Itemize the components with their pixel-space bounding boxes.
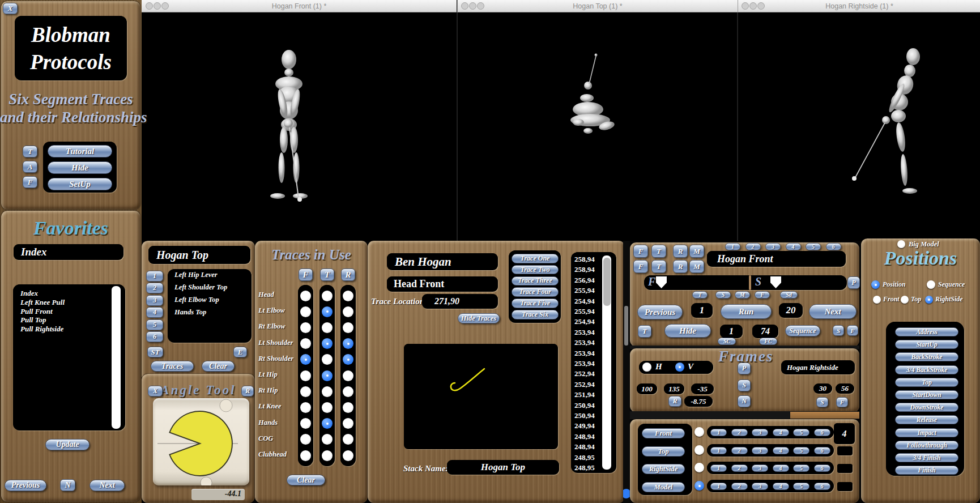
list-item[interactable]: Hands Top <box>174 308 206 317</box>
control-num-button-4[interactable]: 4 <box>786 243 801 250</box>
control-m-button-row1[interactable]: M <box>689 245 704 258</box>
trace-button-1[interactable]: Trace One <box>512 254 559 263</box>
control-f-button[interactable]: F <box>847 325 858 336</box>
segment-button-1[interactable]: 1 <box>146 271 163 282</box>
trace-button-4[interactable]: Trace Four <box>512 287 559 297</box>
trace-radio-rt-elbow-t[interactable] <box>322 322 333 333</box>
window-control-icon[interactable] <box>749 2 757 10</box>
traces-button[interactable]: Traces <box>151 361 194 372</box>
view-top-num-6[interactable]: 6 <box>814 447 830 454</box>
trace-values-scrollbar[interactable] <box>602 255 611 470</box>
window-control-icon[interactable] <box>757 2 765 10</box>
list-item[interactable]: Left Elbow Top <box>174 296 219 304</box>
control-previous-button[interactable]: Previous <box>637 305 683 319</box>
position-button-followthrough[interactable]: Followthrough <box>895 441 958 450</box>
menu-tutorial-button[interactable]: Tutorial <box>48 145 112 157</box>
list-item[interactable]: Pull Rightside <box>20 325 63 334</box>
segment-button-4[interactable]: 4 <box>146 307 163 318</box>
view-model-num-2[interactable]: 2 <box>731 483 748 490</box>
segment-button-3[interactable]: 3 <box>146 295 163 306</box>
window-control-icon[interactable] <box>146 2 153 10</box>
trace-col-f-button[interactable]: F <box>299 268 313 281</box>
trace-radio-lt-elbow-f[interactable] <box>300 306 311 317</box>
angle-wedge[interactable] <box>153 398 249 485</box>
traces-clear-button[interactable]: Clear <box>287 475 325 485</box>
control-f-button-row1[interactable]: F <box>633 245 648 258</box>
view-model-num-1[interactable]: 1 <box>710 483 727 490</box>
position-button-backstroke[interactable]: BackStroke <box>895 352 958 361</box>
control-m-button-row2[interactable]: M <box>689 260 704 273</box>
view-rightside-num-1[interactable]: 1 <box>710 464 727 472</box>
view-model-num-5[interactable]: 5 <box>793 483 809 490</box>
frames-s-button[interactable]: S <box>738 380 751 391</box>
brand-f-button[interactable]: F <box>23 176 37 188</box>
view-front-num-6[interactable]: 6 <box>814 429 830 436</box>
view-rightside-num-6[interactable]: 6 <box>814 464 830 472</box>
position-button-release[interactable]: Release <box>895 415 958 424</box>
x-field[interactable]: 100 <box>637 383 657 394</box>
position-button-top[interactable]: Top <box>895 378 958 387</box>
list-item[interactable]: Index <box>20 289 38 298</box>
trace-button-6[interactable]: Trace Six <box>512 310 559 319</box>
trace-location-field[interactable]: 271,90 <box>422 294 498 309</box>
control-s-button[interactable]: S <box>833 325 844 336</box>
view-front-num-1[interactable]: 1 <box>710 429 727 436</box>
trace-radio-rt-elbow-r[interactable] <box>343 322 353 333</box>
frames-model-field[interactable]: Hogan Rightside <box>781 360 855 374</box>
mode-sequence-radio[interactable] <box>927 280 935 289</box>
angle-x-button[interactable]: X <box>148 386 163 397</box>
trace-radio-lt-shoulder-f[interactable] <box>300 338 311 349</box>
control-model-field[interactable]: Hogan Front <box>707 251 846 267</box>
h-radio[interactable] <box>642 363 651 372</box>
view-top-num-2[interactable]: 2 <box>731 447 748 454</box>
view-rightside-num-4[interactable]: 4 <box>773 464 789 472</box>
view-rightside-button[interactable]: RightSide <box>642 464 685 474</box>
control-num-button-3[interactable]: 3 <box>765 243 781 250</box>
window-control-icon[interactable] <box>477 2 484 10</box>
seq-current-field[interactable]: 1 <box>720 325 743 338</box>
view-top-button[interactable]: Top <box>642 446 685 457</box>
control-r-button-row2[interactable]: R <box>673 260 688 273</box>
fs-slider[interactable]: F S <box>644 275 847 290</box>
control-num-button-1[interactable]: 1 <box>725 243 740 250</box>
trace-button-2[interactable]: Trace Two <box>512 265 559 275</box>
view-front-num-4[interactable]: 4 <box>773 429 789 436</box>
view-rightside-radio[interactable] <box>694 463 704 472</box>
view-top-num-1[interactable]: 1 <box>710 447 727 454</box>
view-front-num-2[interactable]: 2 <box>731 429 748 436</box>
view-rightside-num-2[interactable]: 2 <box>731 464 748 472</box>
trace-radio-head-f[interactable] <box>300 291 311 301</box>
position-button-3-4-backstroke[interactable]: 3/4 BackStroke <box>895 365 958 374</box>
control-num-button-6[interactable]: 6 <box>826 243 841 250</box>
list-item[interactable]: Left Hip Lever <box>174 271 218 279</box>
y-field[interactable]: 135 <box>664 383 684 394</box>
brand-a-button[interactable]: A <box>23 161 37 173</box>
view-model-button[interactable]: Model <box>642 482 685 492</box>
view-front-num-5[interactable]: 5 <box>793 429 809 436</box>
stack-list[interactable] <box>168 269 252 343</box>
control-next-button[interactable]: Next <box>809 304 857 319</box>
position-button-impact[interactable]: Impact <box>895 428 958 437</box>
mini-f-button[interactable]: F <box>755 291 770 299</box>
v-radio[interactable] <box>675 363 684 372</box>
e-button[interactable]: E <box>233 347 247 357</box>
trace-radio-head-r[interactable] <box>343 291 353 301</box>
step-field[interactable]: 1 <box>691 303 713 318</box>
brand-t-button[interactable]: T <box>23 146 37 157</box>
angle-r-button[interactable]: R <box>241 386 254 397</box>
rotation-field[interactable]: -8.75 <box>684 396 713 407</box>
n-button[interactable]: N <box>60 479 75 491</box>
position-button-finish[interactable]: Finish <box>895 466 958 475</box>
mini-s-button[interactable]: S <box>715 291 731 299</box>
stack-clear-button[interactable]: Clear <box>202 361 235 372</box>
view-model-num-3[interactable]: 3 <box>752 483 768 490</box>
trace-radio-clubhead-t[interactable] <box>322 450 333 461</box>
frames-f2-button[interactable]: F <box>836 397 848 407</box>
control-f-button-row2[interactable]: F <box>633 260 648 273</box>
trace-radio-lt-hip-r[interactable] <box>343 370 353 381</box>
slider-p-button[interactable]: P <box>847 276 860 289</box>
menu-hide-button[interactable]: Hide <box>48 161 112 174</box>
trace-radio-hands-f[interactable] <box>300 418 311 429</box>
frames-n-button[interactable]: N <box>738 395 751 407</box>
window-titlebar-front[interactable]: Hogan Front (1) * <box>142 0 457 12</box>
